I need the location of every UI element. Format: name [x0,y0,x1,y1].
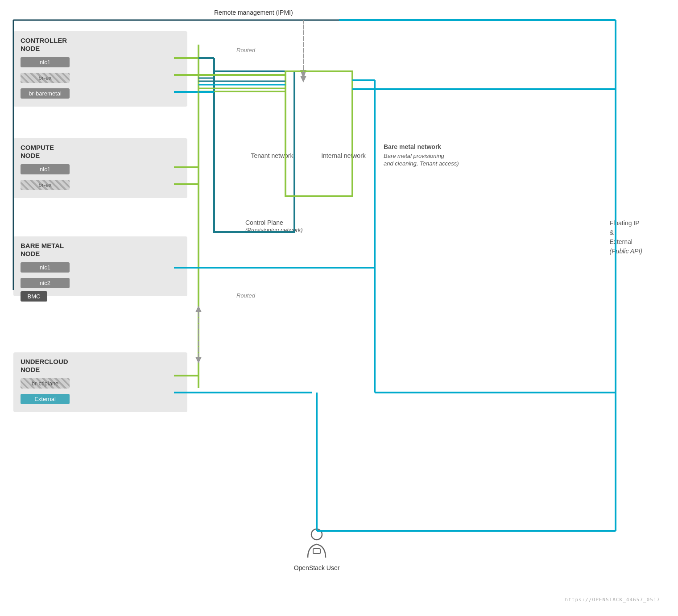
controller-br-baremetal: br-baremetal [21,88,70,99]
compute-br-ex: br-ex [21,180,70,190]
controller-node: CONTROLLER NODE nic1 br-ex br-baremetal [13,31,187,107]
bare-metal-network-label: Bare metal network Bare metal provisioni… [384,143,459,168]
baremetal-nic2: nic2 [21,278,70,288]
undercloud-external: External [21,394,70,404]
baremetal-nic1: nic1 [21,262,70,273]
compute-node: COMPUTE NODE nic1 br-ex [13,138,187,198]
controller-nic1: nic1 [21,57,70,67]
svg-marker-37 [195,357,202,364]
svg-rect-15 [285,71,352,196]
bmc-badge: BMC [21,291,47,302]
svg-marker-40 [300,76,306,83]
remote-mgmt-label: Remote management (IPMI) [214,9,293,16]
openstack-user-icon [303,526,330,564]
undercloud-br-ctlplane: br-ctlplane [21,378,70,389]
undercloud-node: UNDERCLOUD NODE br-ctlplane External [13,352,187,412]
compute-nic1: nic1 [21,164,70,174]
diagram-container: Remote management (IPMI) CONTROLLER NODE… [0,0,678,616]
controller-node-title: CONTROLLER NODE [21,37,180,53]
floating-ip-label: Floating IP&External(Public API) [610,219,642,256]
baremetal-node: BARE METAL NODE nic1 nic2 BMC [13,236,187,296]
routed-label-bottom: Routed [236,292,255,299]
tenant-network-label: Tenant network [245,152,299,160]
internal-network-label: Internal network [317,152,370,160]
control-plane-label: Control Plane (Provisioning network) [245,219,303,234]
svg-marker-42 [195,306,202,312]
routed-label-top: Routed [236,47,255,54]
watermark: https://OPENSTACK_44657_0517 [565,597,660,603]
controller-br-ex: br-ex [21,73,70,83]
compute-node-title: COMPUTE NODE [21,144,180,160]
svg-rect-1 [313,549,320,554]
openstack-user-label: OpenStack User [290,564,343,571]
baremetal-node-title: BARE METAL NODE [21,242,180,258]
svg-point-0 [311,529,322,540]
undercloud-node-title: UNDERCLOUD NODE [21,358,180,374]
